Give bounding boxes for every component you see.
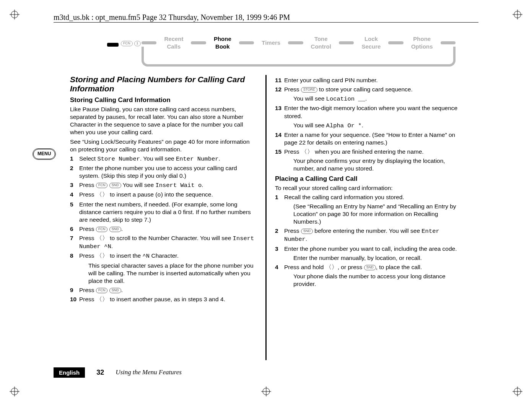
snd-key-icon: SND [109, 183, 121, 188]
crop-mark-icon [10, 10, 20, 19]
step-note: Your phone dials the number to access yo… [293, 273, 462, 288]
nav-separator-icon [388, 41, 403, 44]
header-rule [54, 22, 478, 23]
nav-item-phone-book: PhoneBook [214, 35, 231, 50]
step-12: 12Press STORE to store your calling card… [275, 86, 462, 103]
nav-separator-icon [288, 41, 303, 44]
nav-separator-icon [191, 41, 206, 44]
step-2: 2Enter the phone number you use to acces… [70, 164, 257, 180]
step-7: 7Press 〈〉 to scroll to the Number Charac… [70, 234, 257, 250]
nav-separator-icon [441, 41, 456, 44]
nav-start-icon [107, 43, 119, 47]
step-8: 8Press 〈〉 to insert the ^N Character.Thi… [70, 252, 257, 285]
step-note: You will see Alpha Or *. [293, 122, 462, 130]
section-heading: Storing and Placing Numbers for Calling … [70, 75, 257, 93]
step-6: 6Press FCN SND. [70, 225, 257, 233]
page-number: 32 [96, 368, 104, 377]
paragraph: To recall your stored calling card infor… [275, 184, 462, 192]
chapter-title: Using the Menu Features [116, 369, 182, 376]
step-note: Your phone confirms your entry by displa… [293, 157, 462, 172]
snd-key-icon: SND [364, 265, 376, 270]
display-text: Alpha Or * [326, 122, 362, 129]
paragraph: See “Using Lock/Security Features” on pa… [70, 138, 257, 153]
display-text: Store Number [97, 156, 140, 162]
step-14: 14Enter a name for your sequence. (See “… [275, 131, 462, 146]
crop-mark-icon [10, 387, 20, 396]
recall-step-2: 2Press SND before entering the number. Y… [275, 227, 462, 243]
nav-separator-icon [142, 41, 156, 44]
step-note: (See “Recalling an Entry by Name” and “R… [293, 203, 462, 226]
nav-item-phone-options: PhoneOptions [411, 35, 433, 50]
recall-step-4: 4Press and hold 〈〉, or press SND, to pla… [275, 263, 462, 288]
subsection-heading-storing: Storing Calling Card Information [70, 96, 257, 104]
menu-badge-label: MENU [33, 148, 56, 160]
step-9: 9Press FCN SND. [70, 286, 257, 294]
snd-key-icon: SND [109, 227, 121, 232]
menu-badge: MENU [33, 148, 56, 160]
snd-key-icon: SND [109, 288, 121, 293]
display-text: Enter Number [176, 156, 219, 162]
step-3: 3Press FCN SND You will see Insert Wait … [70, 181, 257, 189]
step-5: 5Enter the next numbers, if needed. (For… [70, 201, 257, 224]
fcn-key-icon: FCN [96, 227, 108, 232]
nav-item-tone-control: ToneControl [311, 35, 331, 50]
page-footer: English 32 Using the Menu Features [54, 367, 478, 378]
step-note: Enter the number manually, by location, … [293, 254, 462, 262]
step-4: 4Press 〈〉 to insert a pause (o) into the… [70, 191, 257, 199]
subsection-heading-placing: Placing a Calling Card Call [275, 175, 462, 183]
recall-step-3: 3Enter the phone number you want to call… [275, 245, 462, 262]
crop-mark-icon [512, 10, 522, 19]
document-header: m3td_us.bk : opt_menu.fm5 Page 32 Thursd… [54, 12, 290, 22]
column-divider [265, 75, 267, 360]
crop-mark-icon [261, 387, 271, 396]
nav-key-icons: FCN 1 [121, 41, 141, 46]
recall-step-1: 1Recall the calling card information you… [275, 193, 462, 226]
one-key-icon: 1 [134, 41, 141, 46]
display-text: Location __ [326, 96, 365, 102]
nav-separator-icon [339, 41, 354, 44]
step-13: 13Enter the two-digit memory location wh… [275, 104, 462, 129]
nav-item-timers: Timers [262, 39, 280, 47]
display-text: Insert Wait o [155, 182, 202, 189]
step-note: This special character saves a place for… [88, 262, 257, 285]
content-area: Storing and Placing Numbers for Calling … [67, 75, 465, 360]
nav-item-lock-secure: LockSecure [361, 35, 381, 50]
display-text: ^N [143, 253, 150, 260]
nav-separator-icon [239, 41, 254, 44]
step-15: 15Press 〈〉 when you are finished enterin… [275, 148, 462, 172]
paragraph: Like Pause Dialing, you can store callin… [70, 106, 257, 136]
fcn-key-icon: FCN [96, 183, 108, 188]
right-column: 11Enter your calling card PIN number. 12… [272, 75, 465, 360]
store-key-icon: STORE [301, 87, 317, 93]
step-11: 11Enter your calling card PIN number. [275, 76, 462, 84]
step-note: You will see Location __. [293, 95, 462, 103]
menu-nav-strip: FCN 1 RecentCalls PhoneBook Timers ToneC… [54, 35, 478, 66]
nav-loop-icon [142, 54, 456, 67]
language-badge: English [54, 367, 85, 378]
left-column: Storing and Placing Numbers for Calling … [67, 75, 260, 360]
fcn-key-icon: FCN [121, 41, 133, 46]
display-text: o [157, 192, 161, 198]
step-1: 1Select Store Number. You will see Enter… [70, 155, 257, 163]
snd-key-icon: SND [301, 229, 313, 234]
step-10: 10Press 〈〉 to insert another pause, as i… [70, 296, 257, 303]
fcn-key-icon: FCN [96, 288, 108, 293]
nav-item-recent-calls: RecentCalls [164, 35, 183, 50]
crop-mark-icon [512, 387, 522, 396]
